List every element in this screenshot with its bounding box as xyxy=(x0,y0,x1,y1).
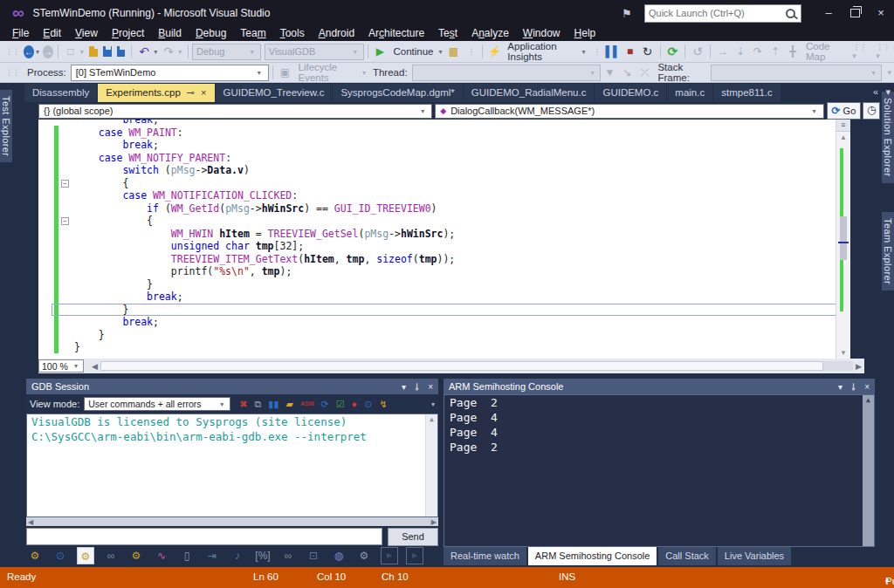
editor-zoom-combo[interactable]: 100 %▾ xyxy=(38,359,84,373)
magnifier-icon[interactable]: ⊙ xyxy=(52,547,69,564)
close-panel-icon[interactable]: × xyxy=(428,382,433,392)
scope-combo[interactable]: {} (global scope)▾ xyxy=(38,104,432,119)
close-tab-icon[interactable]: × xyxy=(201,87,206,98)
menu-item[interactable]: Team xyxy=(233,26,272,41)
step-into-icon[interactable]: ⇣ xyxy=(733,43,747,60)
undo-icon[interactable]: ↶ xyxy=(137,43,151,60)
break-all-icon[interactable]: ▌▌ xyxy=(606,43,620,60)
application-insights-icon[interactable]: ⚡ xyxy=(487,43,501,60)
pause-icon[interactable]: ▮▮ xyxy=(268,395,279,413)
pin-icon[interactable]: ⊸ xyxy=(187,87,195,98)
gdb-panel-title-bar[interactable]: GDB Session ▾ ⊸ × xyxy=(26,379,438,394)
window-position-icon[interactable]: ▾ xyxy=(838,382,842,392)
menu-item[interactable]: Tools xyxy=(273,26,312,41)
menu-item[interactable]: Project xyxy=(105,26,151,41)
scroll-down-icon[interactable]: ▼ xyxy=(836,348,850,359)
player2-icon[interactable]: ▶ xyxy=(406,547,423,564)
gdb-console-output[interactable]: VisualGDB is licensed to Sysprogs (site … xyxy=(26,414,438,517)
lifecycle-events-label[interactable]: Lifecycle Events xyxy=(299,62,357,83)
restart-icon[interactable]: ↻ xyxy=(641,43,655,60)
collapse-icon[interactable]: − xyxy=(61,180,69,188)
asm-icon[interactable]: ASM xyxy=(300,395,314,413)
apply-code-changes-icon[interactable]: ⟳ xyxy=(665,43,679,60)
error-icon[interactable]: ● xyxy=(352,395,358,413)
new-file-icon[interactable]: □ xyxy=(64,43,78,60)
arm-panel-title-bar[interactable]: ARM Semihosting Console ▾ ⊸ × xyxy=(444,379,875,394)
menu-item[interactable]: Help xyxy=(567,26,603,41)
member-combo[interactable]: ◆ DialogCallback(WM_MESSAGE*)▾ xyxy=(435,104,823,119)
lifecycle-events-icon[interactable]: ▣ xyxy=(279,64,292,81)
flag-filter-icon[interactable]: ↘ xyxy=(620,64,634,81)
step-out-icon[interactable]: ⇡ xyxy=(768,43,782,60)
arm-scrollbar[interactable]: ▲ xyxy=(863,395,874,546)
show-next-statement-icon[interactable]: → xyxy=(716,43,730,60)
close-button[interactable]: × xyxy=(868,1,894,25)
profiler-icon[interactable]: ◍ xyxy=(330,547,347,564)
menu-item[interactable]: Android xyxy=(312,26,361,41)
toolbar-overflow[interactable]: ⋮⋮ ▾ xyxy=(852,43,867,60)
clear-icon[interactable]: ✖ xyxy=(239,395,247,413)
refresh-icon[interactable]: ⟳ xyxy=(321,395,329,413)
bottom-panel-tab[interactable]: Call Stack xyxy=(658,547,716,565)
split-editor-handle[interactable]: ≡ xyxy=(836,120,850,132)
eyeglasses-icon[interactable]: ∞ xyxy=(279,547,297,564)
document-tab[interactable]: GUIDEMO_RadialMenu.c⊸× xyxy=(464,84,595,102)
menu-item[interactable]: Debug xyxy=(189,26,233,41)
panel-overflow-icon[interactable]: ▾ xyxy=(431,400,435,408)
application-insights-label[interactable]: Application Insights xyxy=(507,41,576,62)
player-icon[interactable]: ▶ xyxy=(381,547,398,564)
go-button[interactable]: ⟳ Go xyxy=(827,102,862,120)
solution-configuration-combo[interactable]: Debug▾ xyxy=(192,44,261,60)
toolbar-overflow-2[interactable]: ⋮⋮ ▾ xyxy=(876,43,891,60)
menu-item[interactable]: Window xyxy=(516,26,567,41)
suspend-threads-icon[interactable]: ⤫ xyxy=(637,64,651,81)
bottom-panel-tab[interactable]: Real-time watch xyxy=(444,547,526,565)
quick-launch-input[interactable] xyxy=(645,8,786,18)
bottom-panel-tab[interactable]: ARM Semihosting Console xyxy=(528,547,657,565)
hscroll-left-icon[interactable]: ◀ xyxy=(89,362,100,371)
tab-list-dropdown-icon[interactable]: ▾ xyxy=(880,83,891,101)
sidebar-tab-solution-explorer[interactable]: Solution Explorer xyxy=(882,92,894,183)
document-tab[interactable]: GUIDEMO_Treeview.c⊸× xyxy=(216,84,333,102)
view-mode-combo[interactable]: User commands + all errors▾ xyxy=(84,397,230,411)
process-combo[interactable]: [0] STemWinDemo▾ xyxy=(71,65,269,81)
toolbar-grip[interactable]: ⋮⋮ xyxy=(5,47,19,56)
stop-debugging-icon[interactable]: ■ xyxy=(623,43,637,60)
history-clock-icon[interactable]: ◷ xyxy=(863,102,880,120)
menu-item[interactable]: Test xyxy=(431,26,464,41)
gdb-command-input[interactable] xyxy=(26,528,382,545)
checklist-icon[interactable]: ☑ xyxy=(336,395,345,413)
close-panel-icon[interactable]: × xyxy=(864,382,870,392)
code-map-icon[interactable]: ╋ xyxy=(786,43,800,60)
menu-item[interactable]: Edit xyxy=(36,26,68,41)
lightning-icon[interactable]: ↯ xyxy=(379,395,387,413)
gears-search-icon[interactable]: ⚙ xyxy=(77,547,94,564)
scroll-up-icon[interactable]: ▲ xyxy=(836,133,850,143)
gdb-horizontal-scrollbar[interactable]: ◀▶ xyxy=(26,517,438,526)
copy-icon[interactable]: ⧉ xyxy=(255,395,262,413)
toolbar-grip[interactable]: ⋮⋮ xyxy=(5,68,19,77)
editor-vertical-scrollbar[interactable]: ≡ ▲ ▼ xyxy=(836,120,850,359)
folder-icon[interactable]: ▰ xyxy=(285,395,292,413)
editor-horizontal-scrollbar[interactable] xyxy=(100,361,853,371)
document-tab[interactable]: Experiments.cpp⊸× xyxy=(98,84,214,102)
menu-item[interactable]: View xyxy=(68,26,105,41)
gear-warning-icon[interactable]: ⚙ xyxy=(355,547,373,564)
menu-item[interactable]: File xyxy=(5,26,36,41)
percent-icon[interactable]: [%] xyxy=(254,547,272,564)
code-editor[interactable]: break; case WM_PAINT: break; case WM_NOT… xyxy=(38,120,850,359)
document-tab[interactable]: GUIDEMO.c⊸× xyxy=(595,84,666,102)
collapse-icon[interactable]: − xyxy=(61,217,69,225)
pin-icon[interactable]: ⊸ xyxy=(411,382,423,390)
navigate-back-icon[interactable]: ← xyxy=(24,45,34,58)
export-icon[interactable]: ⇥ xyxy=(203,547,221,564)
scrollbar-thumb[interactable] xyxy=(840,216,847,260)
attach-icon[interactable]: ▩ xyxy=(447,43,461,60)
solution-platform-combo[interactable]: VisualGDB▾ xyxy=(265,44,364,60)
gears-wizard-icon[interactable]: ⚙ xyxy=(26,547,44,564)
save-icon[interactable] xyxy=(103,46,112,57)
redo-icon[interactable]: ↷ xyxy=(162,43,175,60)
menu-item[interactable]: Build xyxy=(151,26,189,41)
menu-item[interactable]: Analyze xyxy=(464,26,516,41)
sidebar-tab-test-explorer[interactable]: Test Explorer xyxy=(0,90,12,162)
